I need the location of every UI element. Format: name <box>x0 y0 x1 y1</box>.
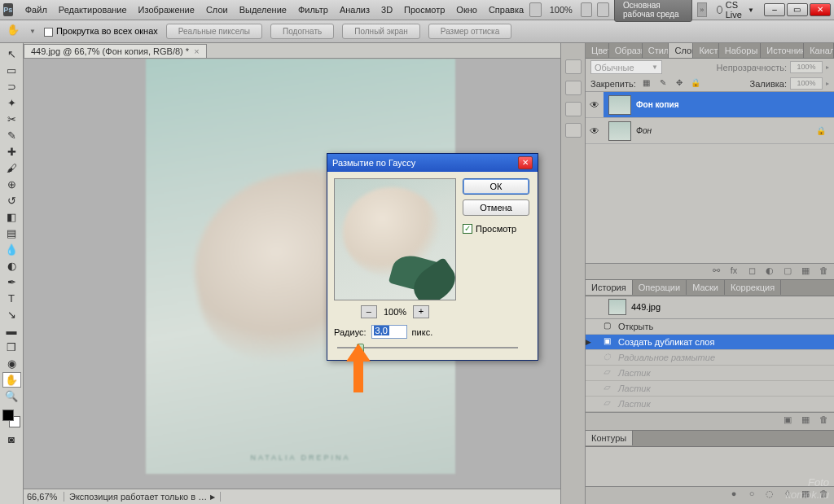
menu-image[interactable]: Изображение <box>133 5 200 15</box>
lasso-tool-icon[interactable]: ⊃ <box>2 79 21 94</box>
hand-tool-icon[interactable]: ✋ <box>2 372 21 388</box>
stroke-path-icon[interactable]: ○ <box>744 489 759 502</box>
layer-mask-icon[interactable]: ◻ <box>744 265 759 278</box>
move-tool-icon[interactable]: ↖ <box>2 46 21 62</box>
wand-tool-icon[interactable]: ✦ <box>2 95 21 111</box>
cancel-button[interactable]: Отмена <box>463 199 529 216</box>
tab-channels[interactable]: Каналы <box>804 43 834 58</box>
tab-actions[interactable]: Операции <box>633 280 687 295</box>
document-tab[interactable]: 449.jpg @ 66,7% (Фон копия, RGB/8) *× <box>24 44 207 58</box>
path-to-selection-icon[interactable]: ◌ <box>762 489 777 502</box>
group-icon[interactable]: ▢ <box>780 265 795 278</box>
menu-view[interactable]: Просмотр <box>398 5 450 15</box>
camera-tool-icon[interactable]: ◉ <box>2 356 21 371</box>
new-doc-from-state-icon[interactable]: ▣ <box>780 414 795 427</box>
history-step[interactable]: ▱Ластик <box>586 397 834 412</box>
lock-position-icon[interactable]: ✥ <box>674 78 685 90</box>
pen-tool-icon[interactable]: ✒ <box>2 274 21 290</box>
link-layers-icon[interactable]: ⚯ <box>709 265 723 278</box>
tab-adjustments[interactable]: Коррекция <box>725 280 781 295</box>
layer-row[interactable]: 👁 Фон копия <box>586 92 834 118</box>
layer-name[interactable]: Фон копия <box>636 100 678 109</box>
fit-screen-button[interactable]: Подогнать <box>270 24 334 39</box>
tab-paths[interactable]: Контуры <box>586 431 633 445</box>
shape-tool-icon[interactable]: ▬ <box>2 323 21 339</box>
dialog-close-button[interactable]: ✕ <box>518 156 533 169</box>
launch-bridge-icon[interactable] <box>529 2 542 17</box>
history-step[interactable]: ▢Открыть <box>586 319 834 335</box>
workspace-more-icon[interactable]: » <box>697 2 707 17</box>
opacity-value[interactable]: 100% <box>790 61 823 73</box>
color-swatch[interactable] <box>2 410 20 427</box>
menu-layer[interactable]: Слои <box>200 5 234 15</box>
layer-thumbnail[interactable] <box>608 95 631 115</box>
preview-checkbox[interactable]: ✓Просмотр <box>463 224 529 234</box>
status-info[interactable]: Экспозиция работает только в …▶ <box>64 492 221 502</box>
tab-brush-presets[interactable]: Наборы кист <box>719 43 761 58</box>
history-brush-tool-icon[interactable]: ↺ <box>2 193 21 208</box>
delete-layer-icon[interactable]: 🗑 <box>816 265 831 278</box>
layer-row[interactable]: 👁 Фон 🔒 <box>586 118 834 144</box>
print-size-button[interactable]: Размер оттиска <box>428 24 511 39</box>
tab-history[interactable]: История <box>586 280 633 295</box>
tab-styles[interactable]: Стили <box>643 43 669 58</box>
fullscreen-button[interactable]: Полный экран <box>342 24 420 39</box>
crop-tool-icon[interactable]: ✂ <box>2 112 21 127</box>
history-step[interactable]: ▱Ластик <box>586 381 834 397</box>
zoom-level-display[interactable]: 100% <box>546 5 576 15</box>
fill-value[interactable]: 100% <box>790 77 823 90</box>
dock-icon[interactable] <box>565 102 582 116</box>
preview-image[interactable] <box>334 178 456 300</box>
new-snapshot-icon[interactable]: ▦ <box>798 414 813 427</box>
scroll-all-windows-checkbox[interactable]: Прокрутка во всех окнах <box>44 26 158 37</box>
menu-file[interactable]: Файл <box>20 5 53 15</box>
marquee-tool-icon[interactable]: ▭ <box>2 63 21 78</box>
history-step[interactable]: ◌Радиальное размытие <box>586 350 834 366</box>
menu-help[interactable]: Справка <box>483 5 529 15</box>
tab-color[interactable]: Цвет <box>586 43 609 58</box>
stamp-tool-icon[interactable]: ⊕ <box>2 177 21 192</box>
tab-brushes[interactable]: Кисти <box>693 43 718 58</box>
window-maximize-button[interactable]: ▭ <box>787 3 808 16</box>
eraser-tool-icon[interactable]: ◧ <box>2 209 21 225</box>
fill-path-icon[interactable]: ● <box>726 489 741 502</box>
zoom-tool-icon[interactable]: 🔍 <box>2 388 21 404</box>
tab-close-icon[interactable]: × <box>194 46 199 56</box>
window-minimize-button[interactable]: – <box>764 3 785 16</box>
tab-masks[interactable]: Маски <box>687 280 725 295</box>
history-snapshot-row[interactable]: 449.jpg <box>586 296 834 319</box>
dock-icon[interactable] <box>565 59 582 74</box>
quick-mask-icon[interactable]: ◙ <box>2 432 21 447</box>
radius-input[interactable]: 3,0 <box>371 325 407 339</box>
dock-icon[interactable] <box>565 81 582 95</box>
menu-analysis[interactable]: Анализ <box>334 5 375 15</box>
menu-3d[interactable]: 3D <box>375 5 398 15</box>
tab-swatches[interactable]: Образцы <box>609 43 643 58</box>
path-tool-icon[interactable]: ↘ <box>2 307 21 322</box>
adjustment-layer-icon[interactable]: ◐ <box>762 265 777 278</box>
lock-pixels-icon[interactable]: ✎ <box>657 78 669 90</box>
brush-tool-icon[interactable]: 🖌 <box>2 160 21 176</box>
window-close-button[interactable]: ✕ <box>810 3 831 16</box>
layer-style-icon[interactable]: fx <box>726 265 741 278</box>
zoom-out-button[interactable]: – <box>361 305 377 318</box>
cs-live-button[interactable]: CS Live▼ <box>712 0 759 20</box>
status-zoom[interactable]: 66,67% <box>24 492 64 502</box>
new-layer-icon[interactable]: ▦ <box>798 265 813 278</box>
visibility-toggle-icon[interactable]: 👁 <box>586 92 604 117</box>
blend-mode-select[interactable]: Обычные▼ <box>590 60 662 74</box>
tab-layers[interactable]: Слои <box>669 43 693 58</box>
delete-state-icon[interactable]: 🗑 <box>816 414 831 427</box>
history-step[interactable]: ▱Ластик <box>586 366 834 381</box>
menu-window[interactable]: Окно <box>450 5 483 15</box>
dock-icon[interactable] <box>565 123 582 138</box>
3d-tool-icon[interactable]: ❒ <box>2 340 21 355</box>
lock-all-icon[interactable]: 🔒 <box>690 78 701 90</box>
screen-mode-icon[interactable] <box>597 2 609 17</box>
blur-tool-icon[interactable]: 💧 <box>2 242 21 257</box>
dialog-titlebar[interactable]: Размытие по Гауссу ✕ <box>327 154 538 172</box>
layer-thumbnail[interactable] <box>608 121 631 141</box>
lock-transparency-icon[interactable]: ▦ <box>641 78 652 90</box>
dodge-tool-icon[interactable]: ◐ <box>2 258 21 274</box>
layer-name[interactable]: Фон <box>636 126 652 135</box>
